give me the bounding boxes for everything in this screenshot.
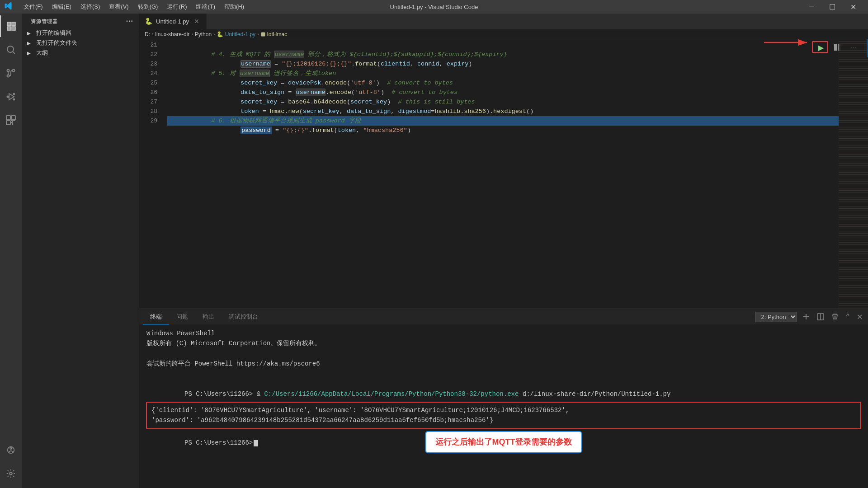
chevron-right-icon: ▶ — [27, 41, 34, 46]
panel: 终端 问题 输出 调试控制台 2: Python — [139, 309, 868, 462]
panel-tab-right: 2: Python — [755, 312, 864, 322]
sidebar-more-icon[interactable]: ··· — [126, 17, 133, 25]
menu-select[interactable]: 选择(S) — [77, 2, 104, 12]
svg-rect-15 — [11, 116, 15, 120]
svg-point-4 — [7, 46, 14, 52]
chevron-right-icon: ▶ — [27, 51, 34, 56]
tab-debug-console[interactable]: 调试控制台 — [222, 309, 265, 325]
sidebar-item-label: 打开的编辑器 — [36, 29, 71, 37]
extensions-icon[interactable] — [0, 109, 22, 131]
menu-view[interactable]: 查看(V) — [105, 2, 132, 12]
annotation-text: 运行之后输出了MQTT登录需要的参数 — [435, 437, 572, 446]
menu-goto[interactable]: 转到(G) — [134, 2, 162, 12]
sidebar-item-no-folder[interactable]: ▶ 无打开的文件夹 — [22, 38, 139, 48]
ps-prompt: PS C:\Users\11266> & — [184, 390, 264, 398]
main-layout: 资源管理器 ··· ▶ 打开的编辑器 ▶ 无打开的文件夹 ▶ 大纲 ▶ — [0, 14, 868, 488]
explorer-icon[interactable] — [0, 15, 22, 37]
add-terminal-button[interactable] — [801, 312, 811, 321]
terminal-selector[interactable]: 2: Python — [755, 312, 797, 322]
python-path: C:/Users/11266/AppData/Local/Programs/Py… — [264, 390, 519, 398]
svg-rect-22 — [261, 33, 265, 37]
breadcrumb-sep: › — [191, 32, 193, 37]
chevron-right-icon: ▶ — [27, 31, 34, 36]
minimap — [839, 39, 868, 309]
sidebar-item-label: 无打开的文件夹 — [36, 39, 77, 47]
terminal-line-4: 尝试新的跨平台 PowerShell https://aka.ms/pscore… — [146, 359, 861, 369]
vscode-logo — [5, 2, 13, 12]
chevron-up-icon[interactable]: ^ — [844, 312, 851, 322]
svg-point-6 — [7, 70, 9, 72]
script-path: d:/linux-share-dir/Python/Untitled-1.py — [519, 390, 670, 398]
breadcrumb-part-file: 🐍 Untitled-1.py — [217, 31, 255, 38]
sidebar-header: 资源管理器 ··· — [22, 14, 139, 27]
run-button[interactable]: ▶ — [814, 42, 828, 53]
sidebar-item-outline[interactable]: ▶ 大纲 — [22, 48, 139, 58]
line-numbers: 21 22 23 24 25 26 27 28 29 — [139, 39, 162, 309]
code-editor[interactable]: 21 22 23 24 25 26 27 28 29 # 4. 生成 MQTT … — [139, 39, 839, 309]
activity-bar-bottom — [0, 439, 22, 488]
tab-untitled-1[interactable]: 🐍 Untitled-1.py ✕ — [139, 14, 207, 29]
breadcrumb-sep: › — [152, 32, 153, 37]
output-box: {'clientid': '8O76VHCU7YSmartAgriculture… — [146, 402, 861, 429]
tab-problems[interactable]: 问题 — [169, 309, 195, 325]
terminal-line-2: 版权所有 (C) Microsoft Corporation。保留所有权利。 — [146, 338, 861, 348]
titlebar-left: 文件(F) 编辑(E) 选择(S) 查看(V) 转到(G) 运行(R) 终端(T… — [5, 2, 248, 12]
menu-help[interactable]: 帮助(H) — [221, 2, 248, 12]
sidebar-item-label: 大纲 — [36, 49, 48, 57]
titlebar: 文件(F) 编辑(E) 选择(S) 查看(V) 转到(G) 运行(R) 终端(T… — [0, 0, 868, 14]
svg-rect-14 — [6, 116, 10, 120]
breadcrumb-part-d: D: — [145, 31, 150, 38]
svg-point-8 — [13, 70, 15, 72]
sidebar-section: ▶ 打开的编辑器 ▶ 无打开的文件夹 ▶ 大纲 — [22, 27, 139, 59]
titlebar-menus: 文件(F) 编辑(E) 选择(S) 查看(V) 转到(G) 运行(R) 终端(T… — [20, 2, 248, 12]
menu-run[interactable]: 运行(R) — [163, 2, 190, 12]
terminal-prompt-end: PS C:\Users\11266> — [146, 428, 258, 458]
maximize-button[interactable]: ☐ — [822, 0, 843, 14]
activity-bar — [0, 14, 22, 488]
breadcrumb-part-func: IotHmac — [260, 31, 287, 38]
terminal-content[interactable]: Windows PowerShell 版权所有 (C) Microsoft Co… — [139, 325, 868, 462]
close-panel-button[interactable]: ✕ — [855, 312, 864, 322]
close-button[interactable]: ✕ — [843, 0, 863, 14]
menu-terminal[interactable]: 终端(T) — [192, 2, 219, 12]
source-control-icon[interactable] — [0, 62, 22, 84]
sidebar-item-open-editors[interactable]: ▶ 打开的编辑器 — [22, 28, 139, 38]
svg-point-18 — [10, 448, 12, 450]
svg-point-11 — [7, 96, 9, 98]
svg-rect-16 — [6, 121, 10, 125]
tab-terminal[interactable]: 终端 — [143, 309, 169, 325]
sidebar: 资源管理器 ··· ▶ 打开的编辑器 ▶ 无打开的文件夹 ▶ 大纲 — [22, 14, 139, 488]
output-line-2: 'password': 'a962b484079864239148b255281… — [151, 415, 856, 425]
terminal-line-5 — [146, 369, 861, 379]
breadcrumb-sep: › — [257, 32, 259, 37]
split-terminal-button[interactable] — [815, 312, 826, 321]
sidebar-title: 资源管理器 — [31, 18, 58, 25]
remote-icon[interactable] — [0, 439, 22, 461]
tab-label: Untitled-1.py — [156, 18, 189, 25]
svg-point-12 — [14, 94, 15, 95]
code-line-21: # 4. 生成 MQTT 的 username 部分，格式为 ${clienti… — [167, 40, 839, 50]
svg-point-19 — [9, 472, 12, 475]
python-file-icon: 🐍 — [145, 18, 152, 25]
run-debug-icon[interactable] — [0, 86, 22, 108]
tab-close-button[interactable]: ✕ — [193, 17, 201, 25]
search-icon[interactable] — [0, 39, 22, 61]
menu-file[interactable]: 文件(F) — [20, 2, 47, 12]
trash-icon[interactable] — [830, 312, 840, 321]
tab-bar: 🐍 Untitled-1.py ✕ — [139, 14, 868, 29]
tab-output[interactable]: 输出 — [195, 309, 222, 325]
minimize-button[interactable]: ─ — [801, 0, 822, 14]
breadcrumb: D: › linux-share-dir › Python › 🐍 Untitl… — [139, 29, 868, 39]
svg-point-13 — [14, 99, 15, 100]
breadcrumb-sep: › — [213, 32, 215, 37]
terminal-line-3 — [146, 349, 861, 359]
panel-tabs: 终端 问题 输出 调试控制台 2: Python — [139, 309, 868, 325]
minimap-content — [839, 39, 868, 309]
editor-area: ▶ ··· 🐍 — [139, 14, 868, 488]
menu-edit[interactable]: 编辑(E) — [48, 2, 75, 12]
annotation-box: 运行之后输出了MQTT登录需要的参数 — [425, 431, 582, 453]
window-title: Untitled-1.py - Visual Studio Code — [390, 4, 478, 10]
window-controls: ─ ☐ ✕ — [801, 0, 863, 14]
settings-icon[interactable] — [0, 463, 22, 484]
breadcrumb-part-linux: linux-share-dir — [155, 31, 189, 38]
